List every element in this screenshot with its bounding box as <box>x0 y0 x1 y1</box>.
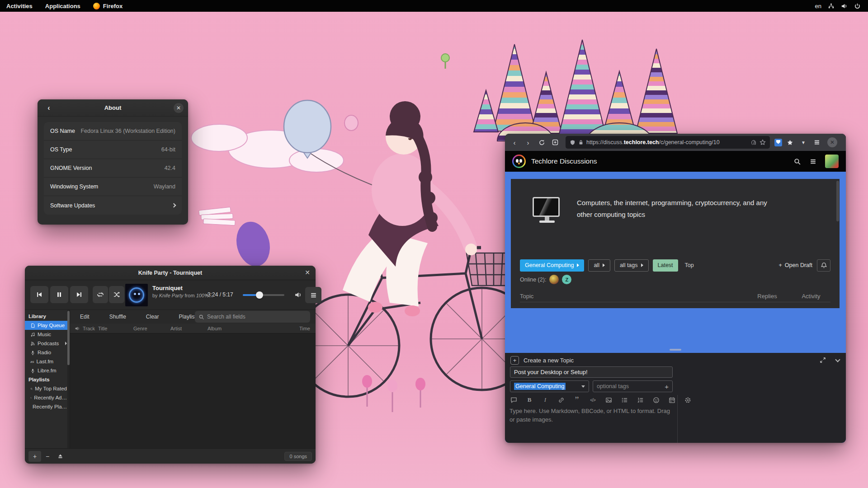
search-icon[interactable] <box>793 158 801 165</box>
sidebar-item-librefm[interactable]: Libre.fm <box>25 366 70 375</box>
network-icon[interactable] <box>828 3 835 9</box>
tags-input[interactable] <box>597 383 665 389</box>
italic-icon[interactable]: I <box>541 396 549 404</box>
back-button[interactable]: ‹ <box>509 136 520 148</box>
activity-column[interactable]: Activity <box>792 293 830 300</box>
category-filter-button[interactable]: General Computing <box>520 259 584 272</box>
menu-shuffle[interactable]: Shuffle <box>99 314 136 320</box>
lock-icon[interactable] <box>578 140 584 145</box>
sidebar-item-radio[interactable]: Radio <box>25 348 70 357</box>
url-bar[interactable]: https://discuss.techlore.tech/c/general-… <box>566 136 770 149</box>
reload-button[interactable] <box>536 136 547 148</box>
hyperlink-icon[interactable] <box>557 396 565 404</box>
pause-button[interactable] <box>50 286 68 303</box>
search-input[interactable] <box>207 314 297 320</box>
latest-tab[interactable]: Latest <box>653 259 678 272</box>
tags-field[interactable]: + <box>593 380 673 392</box>
column-title[interactable]: Title <box>98 326 133 331</box>
user-avatar[interactable] <box>825 155 839 168</box>
column-album[interactable]: Album <box>208 326 244 331</box>
menu-edit[interactable]: Edit <box>70 314 99 320</box>
panel-scrollbar[interactable] <box>836 181 839 221</box>
minimize-chevron-icon[interactable] <box>835 357 840 362</box>
keyboard-layout-indicator[interactable]: en <box>815 3 821 9</box>
tracking-shield-icon[interactable] <box>570 140 576 145</box>
sidebar-scrollbar[interactable] <box>67 310 70 448</box>
shuffle-button[interactable] <box>109 286 124 303</box>
applications-menu[interactable]: Applications <box>39 0 87 12</box>
firefox-appmenu[interactable]: Firefox <box>87 0 129 12</box>
column-genre[interactable]: Genre <box>133 326 170 331</box>
power-icon[interactable] <box>854 3 861 9</box>
about-row-software-updates[interactable]: Software Updates <box>44 196 182 215</box>
seek-handle[interactable] <box>256 291 263 299</box>
back-button[interactable]: ‹ <box>44 103 54 113</box>
eject-button[interactable] <box>54 451 66 462</box>
sidebar-item-my-top-rated[interactable]: My Top Rated <box>25 384 70 393</box>
sidebar-item-recently-played[interactable]: Recently Pla… <box>25 402 70 411</box>
seek-slider[interactable] <box>243 294 284 296</box>
new-tab-button[interactable] <box>549 136 561 148</box>
about-titlebar[interactable]: ‹ About ✕ <box>38 99 188 117</box>
close-icon[interactable]: ✕ <box>305 269 310 276</box>
volume-button[interactable] <box>294 291 302 299</box>
upload-image-icon[interactable] <box>604 396 613 404</box>
player-titlebar[interactable]: Knife Party - Tourniquet ✕ <box>25 266 316 280</box>
column-artist[interactable]: Artist <box>170 326 208 331</box>
app-menu-button[interactable] <box>811 136 823 148</box>
open-draft-button[interactable]: + Open Draft <box>779 262 812 268</box>
online-avatar-1[interactable] <box>549 275 559 284</box>
bookmark-star-icon[interactable] <box>760 139 766 145</box>
remove-button[interactable]: − <box>41 451 54 462</box>
notification-bell-button[interactable] <box>817 259 830 272</box>
subcategory-filter-button[interactable]: all <box>588 259 610 272</box>
column-track[interactable]: Track <box>83 326 98 331</box>
composer-grippie[interactable] <box>505 346 846 353</box>
window-close-button[interactable]: ✕ <box>827 137 837 147</box>
track-list-empty[interactable] <box>70 333 316 448</box>
album-art[interactable] <box>125 284 148 306</box>
expand-arrow-icon[interactable] <box>65 342 67 345</box>
fullscreen-icon[interactable] <box>820 357 826 363</box>
numbered-list-icon[interactable] <box>636 396 644 404</box>
sidebar-item-podcasts[interactable]: Podcasts <box>25 339 70 348</box>
repeat-button[interactable] <box>93 286 108 303</box>
add-button[interactable]: + <box>28 451 41 462</box>
site-title[interactable]: Techlore Discussions <box>531 157 597 165</box>
online-avatar-2[interactable]: Z <box>562 275 571 284</box>
fingerprint-icon[interactable] <box>750 139 757 145</box>
code-icon[interactable]: </> <box>589 396 597 404</box>
bookmarks-star-button[interactable] <box>784 136 796 148</box>
player-menu-button[interactable] <box>305 287 321 303</box>
extension-icon[interactable] <box>774 139 782 146</box>
sidebar-item-lastfm[interactable]: as Last.fm <box>25 357 70 366</box>
category-select[interactable]: General Computing <box>510 380 589 392</box>
top-tab[interactable]: Top <box>685 262 694 268</box>
search-field[interactable] <box>195 311 310 323</box>
bulleted-list-icon[interactable] <box>620 396 628 404</box>
options-gear-icon[interactable] <box>684 396 692 404</box>
column-time[interactable]: Time <box>299 326 316 331</box>
emoji-icon[interactable] <box>652 396 660 404</box>
close-button[interactable]: ✕ <box>174 103 184 113</box>
bold-icon[interactable]: B <box>525 396 533 404</box>
menu-clear[interactable]: Clear <box>136 314 169 320</box>
techlore-logo[interactable] <box>512 155 526 168</box>
activities-button[interactable]: Activities <box>0 0 39 12</box>
forward-button[interactable]: › <box>522 136 534 148</box>
volume-icon[interactable] <box>841 3 848 9</box>
quote-whole-post-icon[interactable] <box>509 396 518 404</box>
sidebar-item-play-queue[interactable]: Play Queue <box>25 321 70 330</box>
tags-filter-button[interactable]: all tags <box>614 259 649 272</box>
chevron-down-icon[interactable]: ▼ <box>797 136 809 148</box>
replies-column[interactable]: Replies <box>743 293 792 300</box>
hamburger-menu-icon[interactable] <box>809 158 817 165</box>
next-button[interactable] <box>70 286 88 303</box>
blockquote-icon[interactable]: ” <box>573 396 581 404</box>
previous-button[interactable] <box>30 286 48 303</box>
date-icon[interactable] <box>668 396 676 404</box>
sidebar-item-music[interactable]: Music <box>25 330 70 339</box>
sidebar-item-recently-added[interactable]: Recently Ad… <box>25 393 70 402</box>
topic-title-input[interactable] <box>510 366 673 378</box>
composer-body-input[interactable]: Type here. Use Markdown, BBCode, or HTML… <box>509 407 672 443</box>
